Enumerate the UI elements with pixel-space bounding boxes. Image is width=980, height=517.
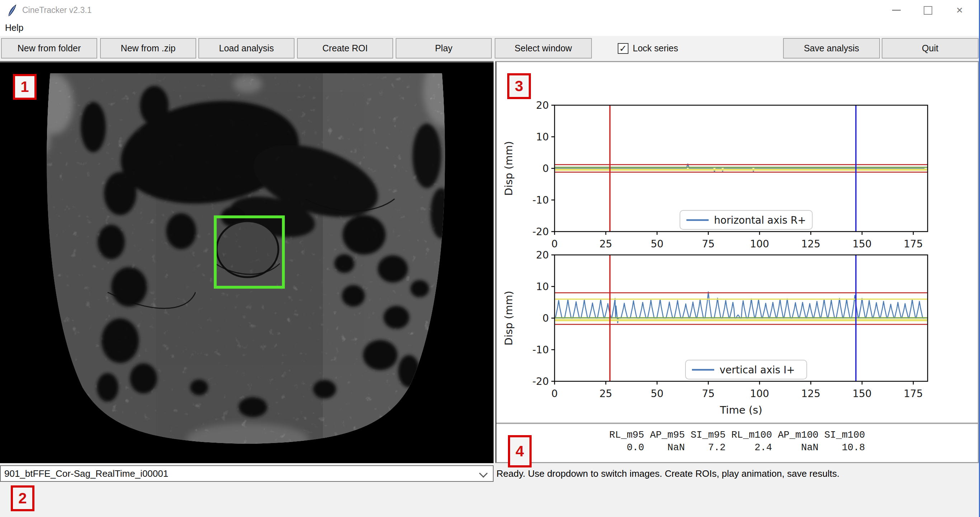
svg-text:125: 125 xyxy=(801,238,820,250)
svg-text:175: 175 xyxy=(904,388,923,400)
svg-text:vertical axis I+: vertical axis I+ xyxy=(719,364,795,376)
new-from-zip-button[interactable]: New from .zip xyxy=(100,38,196,59)
menubar: Help xyxy=(0,21,979,36)
svg-text:100: 100 xyxy=(750,388,769,400)
svg-text:-20: -20 xyxy=(532,226,549,238)
window-controls: ✕ xyxy=(881,0,975,21)
stats-values-row: 0.0 NaN 7.2 2.4 NaN 10.8 xyxy=(609,442,865,454)
lock-series-checkbox-group[interactable]: ✓ Lock series xyxy=(618,38,678,59)
mri-image-panel[interactable] xyxy=(0,61,493,463)
minimize-button[interactable] xyxy=(881,0,912,21)
svg-text:150: 150 xyxy=(852,238,871,250)
maximize-button[interactable] xyxy=(912,0,944,21)
svg-text:75: 75 xyxy=(702,238,715,250)
status-message: Ready. Use dropdown to switch images. Cr… xyxy=(496,465,839,482)
toolbar: New from folder New from .zip Load analy… xyxy=(0,36,979,61)
new-from-folder-button[interactable]: New from folder xyxy=(1,38,97,59)
minimize-icon xyxy=(892,10,901,11)
close-icon: ✕ xyxy=(956,5,963,16)
image-series-dropdown[interactable]: 901_btFFE_Cor-Sag_RealTime_i00001 xyxy=(0,465,493,482)
svg-text:Disp (mm): Disp (mm) xyxy=(503,291,515,345)
close-button[interactable]: ✕ xyxy=(944,0,975,21)
svg-text:-10: -10 xyxy=(532,344,549,356)
titlebar: CineTracker v2.3.1 ✕ xyxy=(0,0,979,21)
chevron-down-icon xyxy=(479,469,487,477)
quit-button[interactable]: Quit xyxy=(882,38,978,59)
svg-text:-20: -20 xyxy=(532,375,549,388)
lock-series-label: Lock series xyxy=(633,43,678,54)
svg-text:150: 150 xyxy=(852,388,871,400)
annotation-tag-1: 1 xyxy=(13,74,37,100)
vertical-displacement-chart[interactable]: 0255075100125150175-20-1001020Disp (mm)T… xyxy=(555,255,928,381)
maximize-icon xyxy=(924,6,932,15)
svg-text:0: 0 xyxy=(542,312,549,324)
stats-divider xyxy=(496,423,978,425)
bottombar: 901_btFFE_Cor-Sag_RealTime_i00001 Ready.… xyxy=(0,463,979,517)
annotation-tag-4: 4 xyxy=(508,435,531,468)
svg-text:50: 50 xyxy=(651,238,663,250)
svg-text:0: 0 xyxy=(542,163,549,174)
checkbox-checked-icon[interactable]: ✓ xyxy=(618,43,628,54)
svg-text:0: 0 xyxy=(551,238,558,250)
stats-header-row: RL_m95 AP_m95 SI_m95 RL_m100 AP_m100 SI_… xyxy=(609,429,865,442)
svg-text:Disp (mm): Disp (mm) xyxy=(503,141,515,196)
svg-text:horizontal axis R+: horizontal axis R+ xyxy=(714,214,806,226)
svg-text:20: 20 xyxy=(536,99,549,111)
select-window-button[interactable]: Select window xyxy=(495,38,592,59)
window-title: CineTracker v2.3.1 xyxy=(22,0,91,21)
feather-icon xyxy=(6,4,18,16)
load-analysis-button[interactable]: Load analysis xyxy=(198,38,294,59)
dropdown-value: 901_btFFE_Cor-Sag_RealTime_i00001 xyxy=(4,466,168,481)
svg-text:100: 100 xyxy=(750,238,769,250)
svg-text:25: 25 xyxy=(600,238,612,250)
annotation-tag-2: 2 xyxy=(11,485,35,511)
svg-text:75: 75 xyxy=(702,388,715,400)
svg-text:-10: -10 xyxy=(532,194,549,206)
play-button[interactable]: Play xyxy=(396,38,492,59)
app-window: CineTracker v2.3.1 ✕ Help New from folde… xyxy=(0,0,980,517)
svg-text:50: 50 xyxy=(651,388,663,400)
menu-item-help[interactable]: Help xyxy=(5,21,23,36)
save-analysis-button[interactable]: Save analysis xyxy=(783,38,880,59)
svg-text:20: 20 xyxy=(536,249,549,261)
svg-text:10: 10 xyxy=(536,131,549,143)
motion-stats: RL_m95 AP_m95 SI_m95 RL_m100 AP_m100 SI_… xyxy=(496,429,978,454)
svg-text:125: 125 xyxy=(801,388,820,400)
svg-text:0: 0 xyxy=(551,388,558,400)
svg-text:25: 25 xyxy=(600,388,612,400)
chart-panel: 0255075100125150175-20-1001020Disp (mm)h… xyxy=(495,61,979,463)
mri-image xyxy=(0,62,493,463)
create-roi-button[interactable]: Create ROI xyxy=(297,38,393,59)
svg-text:Time (s): Time (s) xyxy=(719,404,762,416)
svg-text:175: 175 xyxy=(904,238,923,250)
svg-text:10: 10 xyxy=(536,281,549,293)
horizontal-displacement-chart[interactable]: 0255075100125150175-20-1001020Disp (mm)h… xyxy=(555,105,928,231)
annotation-tag-3: 3 xyxy=(507,73,531,99)
